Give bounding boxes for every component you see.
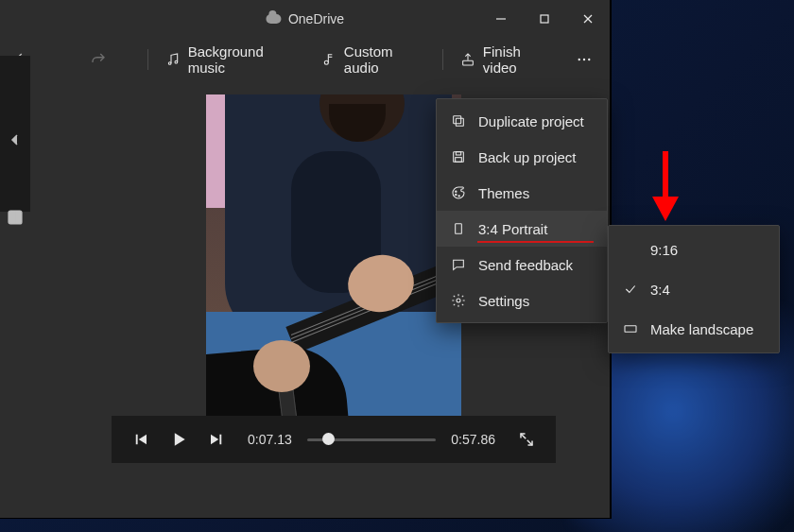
landscape-icon [622,320,639,337]
menu-aspect-label: 3:4 Portrait [478,221,547,237]
blank-icon [622,241,639,258]
svg-point-28 [457,299,460,302]
window-title-text: OneDrive [288,11,344,26]
menu-send-feedback[interactable]: Send feedback [437,247,607,283]
svg-rect-27 [456,224,462,234]
svg-point-26 [458,196,459,197]
svg-point-25 [456,194,457,195]
aspect-icon [450,220,467,237]
audio-icon [321,52,337,67]
menu-themes[interactable]: Themes [437,175,607,211]
toolbar: Background music Custom audio Finish vid… [0,38,610,81]
annotation-arrow [647,147,684,223]
custom-audio-label: Custom audio [344,43,425,76]
svg-marker-31 [652,197,679,221]
play-button[interactable] [163,423,195,455]
svg-rect-1 [541,15,548,23]
fullscreen-button[interactable] [510,423,543,455]
annotation-underline [477,241,594,243]
close-button[interactable] [566,0,610,38]
step-back-button[interactable] [125,423,157,455]
more-button[interactable] [570,46,598,73]
finish-video-label: Finish video [483,43,553,76]
aspect-make-landscape[interactable]: Make landscape [609,309,779,349]
total-time: 0:57.86 [441,432,505,447]
menu-settings[interactable]: Settings [437,283,607,318]
svg-rect-11 [136,435,138,445]
aspect-3-4-label: 3:4 [650,282,670,298]
aspect-landscape-label: Make landscape [650,321,753,337]
maximize-button[interactable] [523,0,566,38]
menu-backup-project[interactable]: Back up project [437,139,607,175]
grid-icon[interactable] [8,210,23,225]
menu-duplicate-label: Duplicate project [478,113,584,129]
svg-point-10 [588,59,590,60]
svg-point-8 [578,59,580,60]
seek-slider[interactable] [307,430,437,449]
svg-rect-7 [462,60,473,65]
player-controls: 0:07.13 0:57.86 [112,416,556,463]
aspect-option-9-16[interactable]: 9:16 [609,230,779,269]
svg-rect-15 [219,435,221,445]
svg-rect-23 [456,158,462,163]
svg-rect-19 [456,118,463,126]
themes-icon [450,184,467,201]
menu-aspect-ratio[interactable]: 3:4 Portrait [437,211,607,247]
menu-feedback-label: Send feedback [478,257,573,273]
svg-point-9 [583,59,585,60]
svg-marker-14 [211,435,218,445]
redo-button[interactable] [86,46,111,73]
svg-point-4 [168,62,171,65]
video-preview [206,94,461,435]
aspect-submenu: 9:16 3:4 Make landscape [608,225,780,353]
svg-rect-22 [456,152,460,155]
svg-point-5 [175,60,178,63]
aspect-option-3-4[interactable]: 3:4 [609,269,779,309]
svg-marker-13 [175,433,185,445]
export-icon [460,52,475,67]
minimize-button[interactable] [479,0,523,38]
menu-backup-label: Back up project [478,149,576,165]
ellipsis-icon [576,51,593,68]
aspect-9-16-label: 9:16 [650,242,678,258]
current-time: 0:07.13 [238,432,302,447]
feedback-icon [450,256,467,273]
menu-settings-label: Settings [478,293,529,309]
left-rail [0,56,30,212]
menu-themes-label: Themes [478,185,529,201]
svg-marker-12 [139,435,147,445]
svg-point-24 [456,191,457,192]
titlebar: OneDrive [0,0,610,38]
save-icon [450,148,467,165]
onedrive-icon [266,14,281,24]
chevron-left-icon[interactable] [10,134,20,146]
duplicate-icon [450,112,467,129]
background-music-label: Background music [188,43,297,76]
background-music-button[interactable]: Background music [158,39,304,80]
gear-icon [450,292,467,309]
more-menu: Duplicate project Back up project Themes… [436,98,608,323]
svg-rect-20 [454,116,461,124]
svg-rect-29 [625,326,636,333]
music-icon [165,52,181,67]
finish-video-button[interactable]: Finish video [453,39,561,80]
check-icon [622,281,639,298]
custom-audio-button[interactable]: Custom audio [314,39,433,80]
window-title: OneDrive [266,11,344,26]
svg-point-6 [324,60,328,64]
menu-duplicate-project[interactable]: Duplicate project [437,103,607,139]
step-forward-button[interactable] [200,423,233,455]
